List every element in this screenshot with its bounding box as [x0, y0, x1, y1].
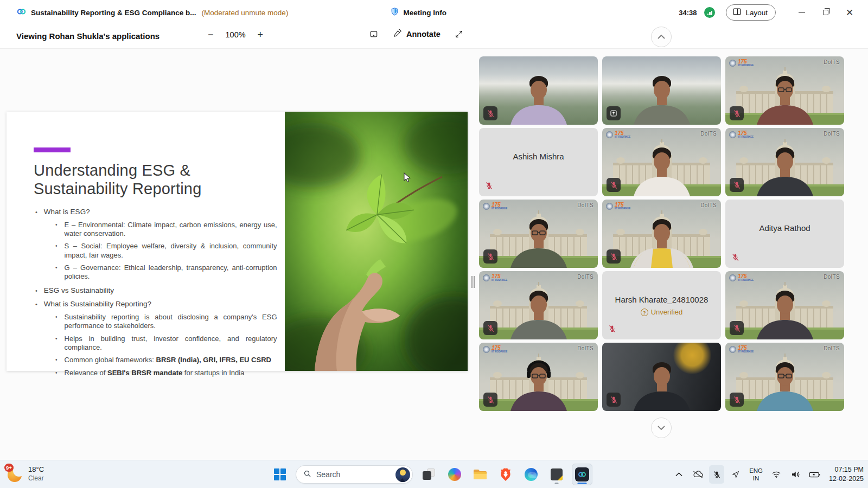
- search-placeholder: Search: [316, 470, 391, 479]
- meeting-content: Understanding ESG & Sustainability Repor…: [0, 49, 868, 460]
- meeting-info-button[interactable]: Meeting Info: [390, 7, 446, 19]
- view-shared-screen-button[interactable]: [369, 30, 379, 39]
- mic-muted-icon: [607, 393, 621, 407]
- share-toolbar: Viewing Rohan Shukla's applications − 10…: [0, 25, 868, 49]
- annotate-button[interactable]: Annotate: [393, 29, 441, 40]
- tray-date: 12-02-2025: [829, 474, 864, 484]
- sub-bullet-item: •Sustainability reporting is about discl…: [55, 313, 280, 331]
- slide-bullets: •What is ESG?•E – Environmental: Climate…: [35, 203, 280, 377]
- mic-muted-icon: [607, 249, 621, 264]
- participant-tile-named[interactable]: Harsh Kharate_24810028?Unverified: [602, 271, 721, 339]
- zoom-out-button[interactable]: −: [208, 30, 214, 40]
- sub-bullet-item: •Helps in building trust, investor confi…: [55, 335, 280, 352]
- onedrive-paused-icon[interactable]: [690, 465, 705, 484]
- participant-video-tile[interactable]: 175IIT ROORKEEDoITS: [725, 271, 844, 339]
- participant-video-tile[interactable]: 175IIT ROORKEEDoITS: [602, 128, 721, 196]
- layout-grid-icon: [732, 8, 742, 17]
- edge-taskbar-icon[interactable]: [521, 464, 541, 485]
- minimize-button[interactable]: [790, 3, 814, 22]
- participant-video-tile[interactable]: [602, 343, 721, 411]
- clock[interactable]: 07:15 PM 12-02-2025: [826, 465, 864, 484]
- meeting-info-label: Meeting Info: [403, 9, 446, 17]
- search-input[interactable]: Search: [296, 465, 413, 484]
- bullet-item: •What is ESG?: [35, 208, 280, 217]
- mic-muted-icon: [731, 253, 742, 264]
- mic-muted-icon: [483, 393, 497, 407]
- mic-muted-icon: [730, 321, 744, 335]
- mic-muted-icon: [608, 324, 618, 335]
- weather-widget[interactable]: 9+ 18°C Clear: [5, 464, 44, 484]
- expand-button[interactable]: [455, 30, 463, 38]
- mic-muted-icon: [483, 249, 497, 264]
- search-highlight-image: [395, 467, 410, 482]
- bullet-item: •What is Sustainability Reporting?: [35, 300, 280, 309]
- windows-taskbar: 9+ 18°C Clear Search: [0, 460, 868, 488]
- weather-condition: Clear: [28, 474, 44, 483]
- slide-title: Understanding ESG & Sustainability Repor…: [34, 162, 201, 198]
- wifi-icon[interactable]: [769, 465, 784, 484]
- taskbar-apps: [419, 464, 592, 485]
- participants-scroll-up-button[interactable]: [651, 27, 672, 47]
- mouse-cursor: [404, 172, 411, 185]
- moderated-mode-note: (Moderated unmute mode): [202, 9, 289, 17]
- shield-icon: [390, 7, 399, 19]
- language-code: ENG: [749, 467, 763, 474]
- chevron-up-icon: [657, 33, 666, 41]
- system-tray: ENG IN 07:15 PM 12-02-2025: [671, 460, 864, 488]
- restore-button[interactable]: [814, 3, 838, 22]
- participant-tile-named[interactable]: Aditya Rathod: [725, 200, 844, 268]
- language-switcher[interactable]: ENG IN: [747, 467, 765, 483]
- screen-sharing-icon: [607, 106, 621, 120]
- participant-video-tile[interactable]: 175IIT ROORKEEDoITS: [479, 200, 598, 268]
- sub-bullet-item: •E – Environmental: Climate impact, carb…: [55, 221, 280, 239]
- participant-video-tile[interactable]: 175IIT ROORKEEDoITS: [479, 343, 598, 411]
- layout-button[interactable]: Layout: [726, 4, 776, 21]
- mic-muted-icon: [730, 393, 744, 407]
- notification-badge: 9+: [4, 464, 14, 472]
- location-icon[interactable]: [728, 465, 743, 484]
- weather-icon: 9+: [5, 464, 24, 484]
- participant-video-tile[interactable]: 175IIT ROORKEEDoITS: [479, 271, 598, 339]
- annotate-label: Annotate: [406, 30, 441, 38]
- mic-muted-icon: [483, 106, 497, 120]
- viewing-label: Viewing Rohan Shukla's applications: [16, 31, 159, 41]
- windows-logo-icon: [274, 468, 286, 480]
- tray-time: 07:15 PM: [829, 465, 864, 474]
- sub-bullet-item: •S – Social: Employee welfare, diversity…: [55, 242, 280, 260]
- volume-icon[interactable]: [788, 465, 803, 484]
- participant-video-tile[interactable]: 175IIT ROORKEEDoITS: [725, 56, 844, 125]
- copilot-taskbar-icon[interactable]: [444, 464, 465, 485]
- participants-grid: 175IIT ROORKEEDoITSAshish Mishra175IIT R…: [479, 56, 844, 411]
- tray-mic-muted-icon[interactable]: [709, 465, 724, 484]
- mic-muted-icon: [730, 178, 744, 192]
- participant-name: Harsh Kharate_24810028: [602, 295, 721, 304]
- bullet-item: •ESG vs Sustainability: [35, 286, 280, 296]
- slide-accent-bar: [34, 147, 71, 152]
- question-icon: ?: [641, 309, 648, 316]
- participant-video-tile[interactable]: 175IIT ROORKEEDoITS: [725, 128, 844, 196]
- brave-taskbar-icon[interactable]: [495, 464, 516, 485]
- participant-video-tile[interactable]: 175IIT ROORKEEDoITS: [725, 343, 844, 411]
- meeting-title: Sustainability Reporting & ESG Complianc…: [31, 9, 196, 17]
- zoom-in-button[interactable]: +: [258, 30, 264, 40]
- close-button[interactable]: ✕: [838, 3, 861, 22]
- participant-tile-named[interactable]: Ashish Mishra: [479, 128, 598, 196]
- panel-resize-handle[interactable]: [470, 274, 476, 290]
- participant-video-tile[interactable]: [479, 56, 598, 125]
- meeting-timer: 34:38: [679, 9, 697, 17]
- task-view-taskbar-icon[interactable]: [419, 464, 439, 485]
- region-code: IN: [749, 474, 763, 482]
- start-button[interactable]: [270, 465, 290, 484]
- file-explorer-taskbar-icon[interactable]: [470, 464, 490, 485]
- battery-icon[interactable]: [807, 465, 822, 484]
- participants-scroll-down-button[interactable]: [651, 418, 672, 438]
- participant-video-tile[interactable]: [602, 56, 721, 125]
- notes-taskbar-icon[interactable]: [546, 464, 567, 485]
- leaf-photo: [285, 112, 468, 371]
- tray-chevron-up-icon[interactable]: [671, 465, 686, 484]
- participant-video-tile[interactable]: 175IIT ROORKEEDoITS: [602, 200, 721, 268]
- shared-slide: Understanding ESG & Sustainability Repor…: [7, 112, 468, 371]
- chevron-down-icon: [657, 424, 666, 432]
- webex-taskbar-icon-active[interactable]: [572, 464, 592, 485]
- connection-quality-icon[interactable]: [704, 7, 715, 18]
